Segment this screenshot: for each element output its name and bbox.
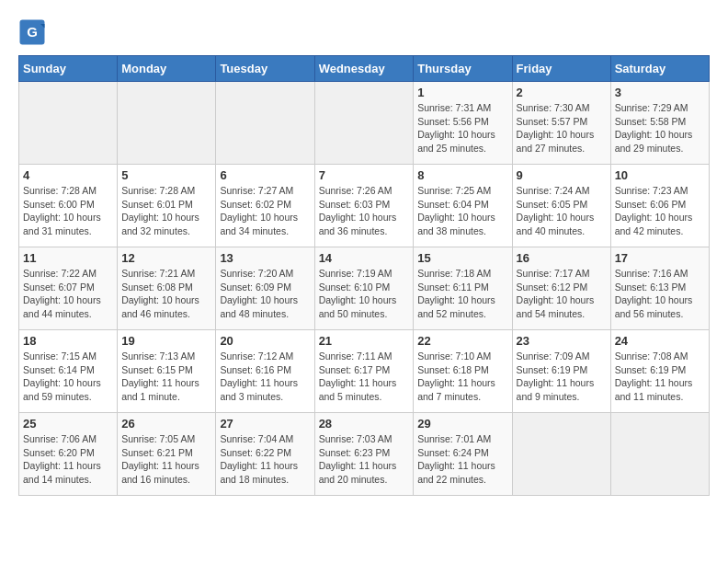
calendar-cell: 21Sunrise: 7:11 AM Sunset: 6:17 PM Dayli… (314, 330, 414, 413)
day-info: Sunrise: 7:29 AM Sunset: 5:58 PM Dayligh… (615, 101, 705, 155)
calendar-table: SundayMondayTuesdayWednesdayThursdayFrid… (18, 55, 710, 496)
day-info: Sunrise: 7:19 AM Sunset: 6:10 PM Dayligh… (319, 267, 410, 321)
day-number: 3 (615, 86, 705, 99)
day-of-week-header: Thursday (414, 56, 512, 82)
calendar-cell (118, 82, 216, 165)
day-info: Sunrise: 7:20 AM Sunset: 6:09 PM Dayligh… (220, 267, 310, 321)
day-number: 19 (121, 334, 211, 348)
calendar-cell: 5Sunrise: 7:28 AM Sunset: 6:01 PM Daylig… (118, 165, 216, 247)
day-number: 16 (517, 251, 607, 265)
calendar-cell: 7Sunrise: 7:26 AM Sunset: 6:03 PM Daylig… (314, 165, 414, 247)
day-number: 22 (417, 334, 507, 348)
calendar-cell (216, 82, 314, 165)
day-info: Sunrise: 7:28 AM Sunset: 6:00 PM Dayligh… (23, 184, 113, 238)
day-number: 17 (615, 251, 705, 265)
calendar-cell: 11Sunrise: 7:22 AM Sunset: 6:07 PM Dayli… (19, 247, 118, 330)
calendar-cell: 18Sunrise: 7:15 AM Sunset: 6:14 PM Dayli… (19, 330, 118, 413)
calendar-cell: 4Sunrise: 7:28 AM Sunset: 6:00 PM Daylig… (19, 165, 118, 247)
day-info: Sunrise: 7:23 AM Sunset: 6:06 PM Dayligh… (615, 184, 705, 238)
day-info: Sunrise: 7:30 AM Sunset: 5:57 PM Dayligh… (517, 101, 607, 155)
header-row: SundayMondayTuesdayWednesdayThursdayFrid… (19, 56, 710, 82)
day-info: Sunrise: 7:26 AM Sunset: 6:03 PM Dayligh… (319, 184, 410, 238)
day-number: 5 (121, 168, 211, 182)
calendar-cell (314, 82, 414, 165)
day-number: 7 (319, 168, 410, 182)
calendar-cell: 9Sunrise: 7:24 AM Sunset: 6:05 PM Daylig… (512, 165, 610, 247)
day-of-week-header: Sunday (19, 56, 118, 82)
day-number: 15 (417, 251, 507, 265)
day-info: Sunrise: 7:24 AM Sunset: 6:05 PM Dayligh… (517, 184, 607, 238)
calendar-cell: 8Sunrise: 7:25 AM Sunset: 6:04 PM Daylig… (414, 165, 512, 247)
day-info: Sunrise: 7:12 AM Sunset: 6:16 PM Dayligh… (220, 350, 310, 404)
calendar-cell: 17Sunrise: 7:16 AM Sunset: 6:13 PM Dayli… (610, 247, 709, 330)
day-of-week-header: Tuesday (216, 56, 314, 82)
day-info: Sunrise: 7:16 AM Sunset: 6:13 PM Dayligh… (615, 267, 705, 321)
calendar-week-row: 4Sunrise: 7:28 AM Sunset: 6:00 PM Daylig… (19, 165, 710, 247)
day-number: 13 (220, 251, 310, 265)
calendar-cell: 14Sunrise: 7:19 AM Sunset: 6:10 PM Dayli… (314, 247, 414, 330)
calendar-cell: 20Sunrise: 7:12 AM Sunset: 6:16 PM Dayli… (216, 330, 314, 413)
day-number: 12 (121, 251, 211, 265)
calendar-cell: 26Sunrise: 7:05 AM Sunset: 6:21 PM Dayli… (118, 413, 216, 496)
calendar-cell: 23Sunrise: 7:09 AM Sunset: 6:19 PM Dayli… (512, 330, 610, 413)
calendar-cell: 6Sunrise: 7:27 AM Sunset: 6:02 PM Daylig… (216, 165, 314, 247)
day-info: Sunrise: 7:22 AM Sunset: 6:07 PM Dayligh… (23, 267, 113, 321)
day-info: Sunrise: 7:28 AM Sunset: 6:01 PM Dayligh… (121, 184, 211, 238)
day-info: Sunrise: 7:13 AM Sunset: 6:15 PM Dayligh… (121, 350, 211, 404)
day-of-week-header: Monday (118, 56, 216, 82)
day-info: Sunrise: 7:31 AM Sunset: 5:56 PM Dayligh… (417, 101, 507, 155)
day-number: 4 (23, 168, 113, 182)
calendar-cell: 24Sunrise: 7:08 AM Sunset: 6:19 PM Dayli… (610, 330, 709, 413)
day-of-week-header: Friday (512, 56, 610, 82)
calendar-cell: 22Sunrise: 7:10 AM Sunset: 6:18 PM Dayli… (414, 330, 512, 413)
calendar-cell: 25Sunrise: 7:06 AM Sunset: 6:20 PM Dayli… (19, 413, 118, 496)
day-info: Sunrise: 7:08 AM Sunset: 6:19 PM Dayligh… (615, 350, 705, 404)
day-number: 6 (220, 168, 310, 182)
day-number: 9 (517, 168, 607, 182)
day-info: Sunrise: 7:21 AM Sunset: 6:08 PM Dayligh… (121, 267, 211, 321)
calendar-cell: 16Sunrise: 7:17 AM Sunset: 6:12 PM Dayli… (512, 247, 610, 330)
calendar-week-row: 25Sunrise: 7:06 AM Sunset: 6:20 PM Dayli… (19, 413, 710, 496)
day-info: Sunrise: 7:05 AM Sunset: 6:21 PM Dayligh… (121, 432, 211, 487)
calendar-week-row: 1Sunrise: 7:31 AM Sunset: 5:56 PM Daylig… (19, 82, 710, 165)
day-number: 20 (220, 334, 310, 348)
day-info: Sunrise: 7:01 AM Sunset: 6:24 PM Dayligh… (417, 432, 507, 487)
day-number: 23 (517, 334, 607, 348)
calendar-week-row: 18Sunrise: 7:15 AM Sunset: 6:14 PM Dayli… (19, 330, 710, 413)
day-number: 25 (23, 417, 113, 431)
logo-icon: G (18, 18, 46, 46)
svg-text:G: G (27, 24, 38, 40)
calendar-cell: 2Sunrise: 7:30 AM Sunset: 5:57 PM Daylig… (512, 82, 610, 165)
calendar-cell: 13Sunrise: 7:20 AM Sunset: 6:09 PM Dayli… (216, 247, 314, 330)
day-number: 10 (615, 168, 705, 182)
day-info: Sunrise: 7:06 AM Sunset: 6:20 PM Dayligh… (23, 432, 113, 487)
calendar-cell: 3Sunrise: 7:29 AM Sunset: 5:58 PM Daylig… (610, 82, 709, 165)
day-info: Sunrise: 7:17 AM Sunset: 6:12 PM Dayligh… (517, 267, 607, 321)
day-info: Sunrise: 7:15 AM Sunset: 6:14 PM Dayligh… (23, 350, 113, 404)
calendar-cell (610, 413, 709, 496)
calendar-cell: 10Sunrise: 7:23 AM Sunset: 6:06 PM Dayli… (610, 165, 709, 247)
calendar-cell: 28Sunrise: 7:03 AM Sunset: 6:23 PM Dayli… (314, 413, 414, 496)
day-number: 18 (23, 334, 113, 348)
calendar-cell: 15Sunrise: 7:18 AM Sunset: 6:11 PM Dayli… (414, 247, 512, 330)
logo: G (18, 18, 50, 46)
day-number: 2 (517, 86, 607, 99)
calendar-cell: 29Sunrise: 7:01 AM Sunset: 6:24 PM Dayli… (414, 413, 512, 496)
calendar-cell: 1Sunrise: 7:31 AM Sunset: 5:56 PM Daylig… (414, 82, 512, 165)
day-number: 26 (121, 417, 211, 431)
day-info: Sunrise: 7:03 AM Sunset: 6:23 PM Dayligh… (319, 432, 410, 487)
calendar-cell: 12Sunrise: 7:21 AM Sunset: 6:08 PM Dayli… (118, 247, 216, 330)
day-info: Sunrise: 7:09 AM Sunset: 6:19 PM Dayligh… (517, 350, 607, 404)
day-number: 8 (417, 168, 507, 182)
day-number: 28 (319, 417, 410, 431)
day-info: Sunrise: 7:27 AM Sunset: 6:02 PM Dayligh… (220, 184, 310, 238)
day-number: 21 (319, 334, 410, 348)
day-number: 1 (417, 86, 507, 99)
day-of-week-header: Wednesday (314, 56, 414, 82)
day-number: 29 (417, 417, 507, 431)
calendar-cell (512, 413, 610, 496)
calendar-week-row: 11Sunrise: 7:22 AM Sunset: 6:07 PM Dayli… (19, 247, 710, 330)
day-info: Sunrise: 7:11 AM Sunset: 6:17 PM Dayligh… (319, 350, 410, 404)
calendar-cell (19, 82, 118, 165)
day-info: Sunrise: 7:04 AM Sunset: 6:22 PM Dayligh… (220, 432, 310, 487)
